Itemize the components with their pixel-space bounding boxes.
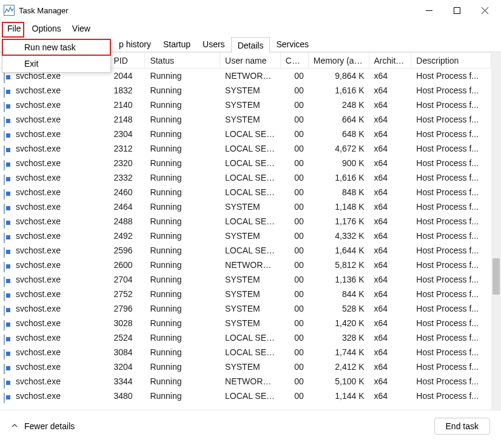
table-row[interactable]: svchost.exe2704RunningSYSTEM001,136 Kx64… bbox=[0, 272, 491, 287]
col-pid[interactable]: PID bbox=[109, 53, 146, 68]
table-row[interactable]: svchost.exe2600RunningNETWORK ...005,812… bbox=[0, 258, 491, 272]
tab-services[interactable]: Services bbox=[270, 36, 315, 52]
cell-status: Running bbox=[145, 287, 220, 301]
process-name-text: svchost.exe bbox=[16, 83, 61, 98]
minimize-button[interactable] bbox=[415, 0, 443, 21]
table-row[interactable]: svchost.exe2304RunningLOCAL SER...00648 … bbox=[0, 127, 491, 141]
table-row[interactable]: svchost.exe2488RunningLOCAL SER...001,17… bbox=[0, 214, 491, 229]
col-desc[interactable]: Description bbox=[411, 53, 491, 68]
cell-pid: 2600 bbox=[109, 258, 146, 272]
tab-users[interactable]: Users bbox=[197, 36, 231, 52]
cell-memory: 2,412 K bbox=[309, 359, 369, 374]
cell-desc: Host Process f... bbox=[411, 170, 491, 185]
col-user[interactable]: User name bbox=[220, 53, 281, 68]
cell-memory: 1,176 K bbox=[309, 214, 369, 229]
table-row[interactable]: svchost.exe3028RunningSYSTEM001,420 Kx64… bbox=[0, 316, 491, 330]
menu-exit[interactable]: Exit bbox=[2, 56, 110, 72]
cell-memory: 1,144 K bbox=[309, 389, 369, 403]
cell-status: Running bbox=[145, 389, 220, 403]
cell-arch: x64 bbox=[369, 127, 411, 141]
cell-memory: 4,672 K bbox=[309, 141, 369, 156]
cell-user: LOCAL SER... bbox=[220, 243, 281, 258]
table-row[interactable]: svchost.exe1832RunningSYSTEM001,616 Kx64… bbox=[0, 83, 491, 98]
cell-desc: Host Process f... bbox=[411, 359, 491, 374]
cell-desc: Host Process f... bbox=[411, 389, 491, 403]
table-row[interactable]: svchost.exe2312RunningLOCAL SER...004,67… bbox=[0, 141, 491, 156]
cell-arch: x64 bbox=[369, 330, 411, 345]
table-row[interactable]: svchost.exe3344RunningNETWORK ...005,100… bbox=[0, 374, 491, 389]
table-row[interactable]: svchost.exe2596RunningLOCAL SER...001,64… bbox=[0, 243, 491, 258]
table-row[interactable]: svchost.exe3204RunningSYSTEM002,412 Kx64… bbox=[0, 359, 491, 374]
col-cpu[interactable]: CPU bbox=[281, 53, 309, 68]
col-status[interactable]: Status bbox=[145, 53, 220, 68]
cell-pid: 2704 bbox=[109, 272, 146, 287]
cell-pid: 2312 bbox=[109, 141, 146, 156]
cell-cpu: 00 bbox=[281, 69, 309, 83]
cell-pid: 3084 bbox=[109, 345, 146, 359]
col-memory[interactable]: Memory (ac... bbox=[309, 53, 369, 68]
process-name-text: svchost.exe bbox=[16, 112, 61, 127]
scroll-thumb[interactable] bbox=[493, 258, 500, 295]
process-icon bbox=[4, 144, 13, 153]
cell-arch: x64 bbox=[369, 243, 411, 258]
process-icon bbox=[4, 115, 13, 124]
cell-name: svchost.exe bbox=[0, 156, 109, 170]
cell-cpu: 00 bbox=[281, 185, 309, 199]
table-row[interactable]: svchost.exe2464RunningSYSTEM001,148 Kx64… bbox=[0, 199, 491, 214]
cell-name: svchost.exe bbox=[0, 258, 109, 272]
close-button[interactable] bbox=[471, 0, 499, 21]
footer: Fewer details End task bbox=[0, 410, 501, 441]
cell-status: Running bbox=[145, 330, 220, 345]
cell-cpu: 00 bbox=[281, 258, 309, 272]
cell-arch: x64 bbox=[369, 185, 411, 199]
cell-memory: 844 K bbox=[309, 287, 369, 301]
menu-file[interactable]: File bbox=[2, 21, 27, 36]
cell-desc: Host Process f... bbox=[411, 127, 491, 141]
menu-options[interactable]: Options bbox=[27, 21, 67, 36]
cell-user: SYSTEM bbox=[220, 359, 281, 374]
cell-pid: 3344 bbox=[109, 374, 146, 389]
cell-arch: x64 bbox=[369, 98, 411, 112]
table-row[interactable]: svchost.exe2752RunningSYSTEM00844 Kx64Ho… bbox=[0, 287, 491, 301]
tab-details[interactable]: Details bbox=[231, 37, 271, 53]
tab-startup[interactable]: Startup bbox=[157, 36, 197, 52]
process-name-text: svchost.exe bbox=[16, 214, 61, 229]
end-task-button[interactable]: End task bbox=[434, 418, 490, 435]
cell-pid: 2796 bbox=[109, 301, 146, 316]
cell-cpu: 00 bbox=[281, 170, 309, 185]
menu-view[interactable]: View bbox=[67, 21, 96, 36]
cell-name: svchost.exe bbox=[0, 83, 109, 98]
process-name-text: svchost.exe bbox=[16, 243, 61, 258]
menu-run-new-task[interactable]: Run new task bbox=[2, 39, 110, 56]
table-row[interactable]: svchost.exe2320RunningLOCAL SER...00900 … bbox=[0, 156, 491, 170]
fewer-details-toggle[interactable]: Fewer details bbox=[11, 421, 75, 431]
vertical-scrollbar[interactable] bbox=[491, 52, 501, 410]
tab-app-history[interactable]: p history bbox=[113, 36, 157, 52]
table-row[interactable]: svchost.exe3480RunningLOCAL SER...001,14… bbox=[0, 389, 491, 403]
table-row[interactable]: svchost.exe2148RunningSYSTEM00664 Kx64Ho… bbox=[0, 112, 491, 127]
cell-arch: x64 bbox=[369, 229, 411, 243]
table-row[interactable]: svchost.exe3084RunningLOCAL SER...001,74… bbox=[0, 345, 491, 359]
maximize-button[interactable] bbox=[443, 0, 471, 21]
table-row[interactable]: svchost.exe2492RunningSYSTEM004,332 Kx64… bbox=[0, 229, 491, 243]
cell-pid: 2464 bbox=[109, 199, 146, 214]
process-name-text: svchost.exe bbox=[16, 229, 61, 243]
table-area: Name PID Status User name CPU Memory (ac… bbox=[0, 52, 501, 410]
col-arch[interactable]: Architec... bbox=[369, 53, 412, 68]
cell-name: svchost.exe bbox=[0, 272, 109, 287]
cell-cpu: 00 bbox=[281, 389, 309, 403]
table-row[interactable]: svchost.exe2140RunningSYSTEM00248 Kx64Ho… bbox=[0, 98, 491, 112]
cell-desc: Host Process f... bbox=[411, 199, 491, 214]
process-name-text: svchost.exe bbox=[16, 316, 61, 330]
table-row[interactable]: svchost.exe2796RunningSYSTEM00528 Kx64Ho… bbox=[0, 301, 491, 316]
process-table: Name PID Status User name CPU Memory (ac… bbox=[0, 52, 491, 410]
table-row[interactable]: svchost.exe2524RunningLOCAL SER...00328 … bbox=[0, 330, 491, 345]
cell-status: Running bbox=[145, 199, 220, 214]
table-row[interactable]: svchost.exe2332RunningLOCAL SER...001,61… bbox=[0, 170, 491, 185]
process-icon bbox=[4, 333, 13, 343]
cell-cpu: 00 bbox=[281, 374, 309, 389]
cell-cpu: 00 bbox=[281, 199, 309, 214]
fewer-details-label: Fewer details bbox=[24, 421, 75, 431]
process-icon bbox=[4, 85, 13, 95]
table-row[interactable]: svchost.exe2460RunningLOCAL SER...00848 … bbox=[0, 185, 491, 199]
